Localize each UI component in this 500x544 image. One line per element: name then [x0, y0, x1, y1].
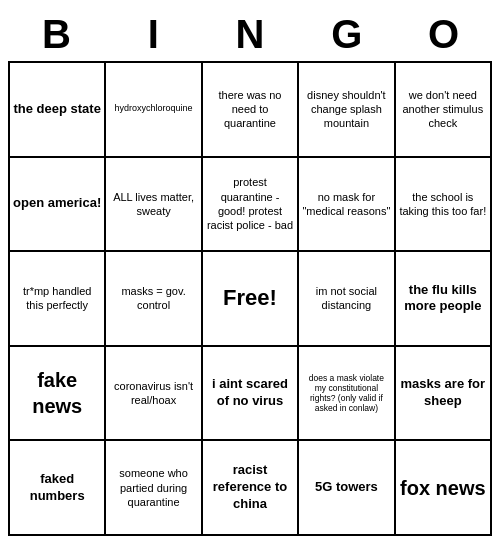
cell-15[interactable]: the flu kills more people [396, 252, 492, 347]
cell-14[interactable]: im not social distancing [299, 252, 395, 347]
cell-24[interactable]: 5G towers [299, 441, 395, 536]
cell-18[interactable]: i aint scared of no virus [203, 347, 299, 442]
cell-8[interactable]: protest quarantine - good! protest racis… [203, 158, 299, 253]
cell-4[interactable]: disney shouldn't change splash mountain [299, 63, 395, 158]
cell-9[interactable]: no mask for "medical reasons" [299, 158, 395, 253]
cell-22[interactable]: someone who partied during quarantine [106, 441, 202, 536]
cell-23[interactable]: racist reference to china [203, 441, 299, 536]
cell-10[interactable]: the school is taking this too far! [396, 158, 492, 253]
cell-25[interactable]: fox news [396, 441, 492, 536]
cell-20[interactable]: masks are for sheep [396, 347, 492, 442]
letter-o: O [400, 12, 488, 57]
cell-12[interactable]: masks = gov. control [106, 252, 202, 347]
cell-2[interactable]: hydroxychloroquine [106, 63, 202, 158]
cell-17[interactable]: coronavirus isn't real/hoax [106, 347, 202, 442]
cell-11[interactable]: tr*mp handled this perfectly [10, 252, 106, 347]
letter-i: I [109, 12, 197, 57]
letter-g: G [303, 12, 391, 57]
cell-6[interactable]: open america! [10, 158, 106, 253]
cell-21[interactable]: faked numbers [10, 441, 106, 536]
cell-1[interactable]: the deep state [10, 63, 106, 158]
cell-5[interactable]: we don't need another stimulus check [396, 63, 492, 158]
cell-13[interactable]: Free! [203, 252, 299, 347]
cell-19[interactable]: does a mask violate my constitutional ri… [299, 347, 395, 442]
cell-16[interactable]: fake news [10, 347, 106, 442]
cell-7[interactable]: ALL lives matter, sweaty [106, 158, 202, 253]
cell-3[interactable]: there was no need to quarantine [203, 63, 299, 158]
letter-n: N [206, 12, 294, 57]
bingo-grid: the deep statehydroxychloroquinethere wa… [8, 61, 492, 536]
letter-b: B [12, 12, 100, 57]
